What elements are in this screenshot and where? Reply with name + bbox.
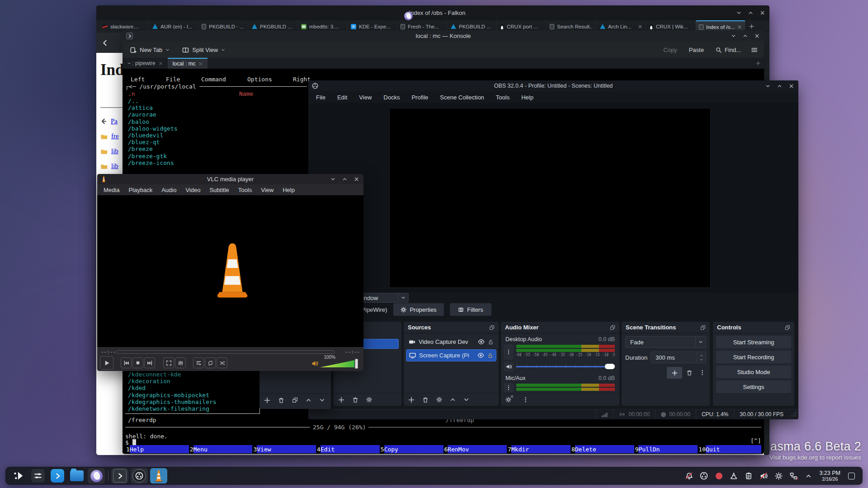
menu-help[interactable]: Help xyxy=(278,187,299,193)
menu-video[interactable]: Video xyxy=(181,187,205,193)
move-up-icon[interactable] xyxy=(450,397,456,403)
minimize-icon[interactable] xyxy=(736,10,741,15)
channel-menu-button[interactable] xyxy=(504,383,514,392)
source-properties-icon[interactable] xyxy=(436,397,442,403)
minimize-icon[interactable] xyxy=(765,84,770,89)
popout-dock-icon[interactable] xyxy=(785,325,790,330)
network-offline-icon[interactable] xyxy=(789,472,797,480)
resize-grip-icon[interactable] xyxy=(791,411,797,417)
fullscreen-button[interactable] xyxy=(163,357,174,368)
source-row-screen-capture[interactable]: Screen Capture (Pi xyxy=(406,349,496,361)
menu-edit[interactable]: Edit xyxy=(331,94,353,101)
spinner-arrows[interactable] xyxy=(697,352,706,363)
start-streaming-button[interactable]: Start Streaming xyxy=(716,336,791,348)
mc-dir-entry[interactable]: /breeze-icons xyxy=(128,160,174,166)
seek-bar[interactable] xyxy=(116,350,335,354)
duration-spinbox[interactable]: 300 ms xyxy=(651,352,706,363)
obs-preview-canvas[interactable] xyxy=(389,108,711,288)
menu-tools[interactable]: Tools xyxy=(234,187,256,193)
next-button[interactable] xyxy=(144,357,155,368)
menu-view[interactable]: View xyxy=(256,187,278,193)
mc-menu-file[interactable]: File xyxy=(166,76,180,83)
tab-close-icon[interactable] xyxy=(159,61,163,66)
mute-button[interactable] xyxy=(504,361,514,371)
fkey-view[interactable]: 3View xyxy=(252,445,316,453)
app-launcher-button[interactable] xyxy=(10,468,27,483)
menu-docks[interactable]: Docks xyxy=(377,94,406,101)
filters-button[interactable]: Filters xyxy=(450,303,491,316)
properties-button[interactable]: Properties xyxy=(393,303,444,316)
fkey-help[interactable]: 1Help xyxy=(125,445,189,453)
fkey-pulldn[interactable]: 9PullDn xyxy=(634,445,698,453)
menu-audio[interactable]: Audio xyxy=(157,187,181,193)
mc-dir-entry[interactable]: /breeze xyxy=(128,145,153,152)
fkey-copy[interactable]: 5Copy xyxy=(380,445,443,453)
mc-dir-entry[interactable]: /baloo xyxy=(128,118,149,125)
volume-slider[interactable] xyxy=(516,362,615,371)
menu-tools[interactable]: Tools xyxy=(490,94,515,101)
lock-icon[interactable] xyxy=(487,352,493,358)
stop-button[interactable] xyxy=(132,357,143,368)
remove-icon[interactable] xyxy=(278,397,284,404)
transition-menu-icon[interactable] xyxy=(699,370,705,375)
konsole-titlebar[interactable]: local : mc — Konsole xyxy=(123,30,764,42)
fkey-quit[interactable]: 10Quit xyxy=(698,445,761,453)
mc-dir-entry[interactable]: /baloo-widgets xyxy=(128,125,178,132)
remove-source-icon[interactable] xyxy=(422,397,429,403)
minimize-icon[interactable] xyxy=(330,177,335,182)
vlc-video-area[interactable] xyxy=(97,195,363,347)
tab-local-mc[interactable]: local : mc xyxy=(168,58,208,69)
popout-dock-icon[interactable] xyxy=(489,325,495,330)
vlc-titlebar[interactable]: VLC media player xyxy=(97,174,363,184)
duplicate-icon[interactable] xyxy=(292,397,298,403)
menu-profile[interactable]: Profile xyxy=(406,94,434,101)
loop-button[interactable] xyxy=(205,357,216,368)
visibility-eye-icon[interactable] xyxy=(478,338,485,345)
vlc-tray-icon[interactable] xyxy=(730,472,738,480)
close-icon[interactable] xyxy=(354,177,359,182)
mc-dir-entry[interactable]: /aurorae xyxy=(128,111,156,118)
page-link[interactable]: lib xyxy=(111,162,118,170)
obs-titlebar[interactable]: OBS 32.0.4 - Profile: Untitled - Scenes:… xyxy=(308,80,798,91)
mc-dir-entry[interactable]: /kdegraphics-mobipocket xyxy=(128,392,209,399)
add-icon[interactable] xyxy=(264,397,270,404)
mc-dir-entry[interactable]: /breeze-gtk xyxy=(128,153,167,160)
mc-dir-entry[interactable]: /kded xyxy=(128,385,146,391)
play-button[interactable] xyxy=(100,356,113,370)
extended-settings-button[interactable] xyxy=(175,357,186,368)
maximize-icon[interactable] xyxy=(743,33,748,38)
maximize-icon[interactable] xyxy=(342,177,347,182)
advanced-audio-icon[interactable] xyxy=(505,397,511,403)
copy-button[interactable]: Copy xyxy=(663,47,677,53)
tab-pipewire[interactable]: ~ : pipewire xyxy=(123,58,168,69)
task-konsole[interactable] xyxy=(111,468,128,483)
paste-button[interactable]: Paste xyxy=(689,47,704,53)
move-down-icon[interactable] xyxy=(319,397,325,403)
tab-close-icon[interactable] xyxy=(737,25,742,29)
add-transition-button[interactable] xyxy=(667,367,682,379)
popout-dock-icon[interactable] xyxy=(610,325,615,330)
studio-mode-button[interactable]: Studio Mode xyxy=(716,366,791,378)
hamburger-menu-icon[interactable] xyxy=(751,47,758,53)
channel-menu-button[interactable] xyxy=(504,344,514,360)
task-vlc[interactable] xyxy=(150,468,167,483)
tray-expand-icon[interactable] xyxy=(804,472,812,480)
close-icon[interactable] xyxy=(760,10,765,15)
menu-media[interactable]: Media xyxy=(99,187,124,193)
find-button[interactable]: Find... xyxy=(716,47,741,53)
source-row-video-capture[interactable]: Video Capture Dev xyxy=(406,336,496,348)
page-link[interactable]: lib xyxy=(111,147,118,155)
tab-close-icon[interactable] xyxy=(198,62,203,66)
mc-menu-options[interactable]: Options xyxy=(247,76,272,83)
screen-recording-icon[interactable] xyxy=(715,472,723,480)
tab-close-icon[interactable] xyxy=(638,24,642,29)
fkey-mkdir[interactable]: 7Mkdir xyxy=(507,445,571,453)
mc-history-indicator[interactable]: [^] xyxy=(750,437,761,444)
menu-view[interactable]: View xyxy=(353,94,377,101)
move-up-icon[interactable] xyxy=(306,397,311,403)
menu-scene-collection[interactable]: Scene Collection xyxy=(434,94,490,101)
menu-playback[interactable]: Playback xyxy=(124,187,157,193)
maximize-icon[interactable] xyxy=(777,84,782,89)
tab-bar-plus-icon[interactable] xyxy=(756,61,760,66)
fkey-edit[interactable]: 4Edit xyxy=(316,445,380,453)
